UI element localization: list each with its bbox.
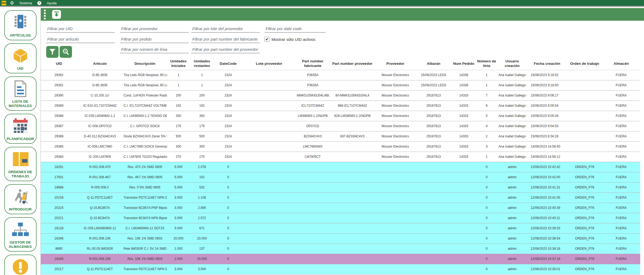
table-cell (452, 192, 476, 203)
show-active-uid-checkbox[interactable]: ✔ (265, 37, 269, 42)
column-header-2[interactable]: Descripción (123, 58, 167, 70)
table-cell: IC-200.LM7805 (77, 152, 123, 162)
table-row[interactable]: 20224Q-15.BC857ATransistor BC857A PNP Bi… (41, 203, 640, 213)
gear-icon[interactable]: ⚙ (10, 1, 14, 5)
column-header-8[interactable]: Part number proveedor (330, 58, 375, 70)
table-row[interactable]: 29391D-65.3635Tira Leds RGB NeopixeL 90 … (41, 80, 640, 90)
filter-pedido-input[interactable] (120, 36, 189, 43)
table-row[interactable]: 8690RL-00.05.IM03GRRele IM03GR C.I. 5V 2… (41, 244, 640, 254)
filter-button[interactable] (46, 46, 59, 58)
kebab-menu-icon[interactable] (44, 10, 46, 19)
column-header-15[interactable]: Orden de trabajo (567, 58, 602, 70)
table-cell: Q-11.PDTC114ET (77, 192, 123, 203)
table-row[interactable]: 29387IC-008.OP07CDC.I. OP07CD SOIC817517… (41, 121, 640, 131)
table-row[interactable]: 16128IC-035.LM3480IM3-12C.I. LM3480IM3-1… (41, 223, 640, 233)
table-row[interactable]: 17631R-001.008.4K7Res. 4K7 1% SMD 08055.… (41, 172, 640, 182)
column-header-3[interactable]: Unidades Iniciales (167, 58, 190, 70)
filter-lote-proveedor-input[interactable] (191, 26, 260, 33)
table-row[interactable]: 29392D-65.3635Tira Leds RGB NeopixeL 90 … (41, 70, 640, 80)
table-cell: 4 (476, 121, 497, 131)
sidebar-item-lista-de-materiales[interactable]: LISTA DE MATERIALES (4, 76, 37, 111)
table-cell: ORDEN_P76 (567, 223, 602, 233)
table-cell: RL-00.05.IM03GR (77, 244, 123, 254)
table-row[interactable]: 20216Q-11.PDTC114ETTransistor PDTC114ET … (41, 192, 640, 203)
column-header-13[interactable]: Usuario creación (497, 58, 527, 70)
table-cell: ICL7107CM44Z (296, 101, 330, 111)
filter-articulo-input[interactable] (46, 36, 115, 43)
table-cell: C.I. LM385M3-1.2 TENSIO DE R (123, 111, 167, 121)
table-cell (296, 192, 330, 203)
column-header-14[interactable]: Fecha creación (527, 58, 567, 70)
table-cell: 637-BZX84C4V3 (330, 131, 375, 141)
column-header-6[interactable]: Lote proveedor (242, 58, 296, 70)
table-cell: 175 (190, 121, 214, 131)
menu-sistema[interactable]: Sistema (18, 1, 34, 5)
table-row[interactable]: 16346R-001.006.10KRes. 10K 1% SMD 060320… (41, 233, 640, 244)
sidebar-item-ordenes-de-trabajo[interactable]: ÓRDENES DE TRABAJO (4, 147, 37, 181)
table-cell (567, 80, 602, 90)
table-cell: 15/06/2023 9:18:50 (527, 80, 567, 90)
filter-pn-fabricante-input[interactable] (191, 36, 260, 43)
table-row[interactable]: 19668R-005.008.0Res. 0 5% SMD 08055.0005… (41, 182, 640, 192)
table-cell: 8690 (41, 244, 77, 254)
table-row[interactable]: 29384IC-200.LM7805C.I. LM7805 TO220 Regu… (41, 152, 640, 162)
table-cell: Mouser Electronics (375, 121, 415, 131)
table-cell (330, 141, 375, 152)
import-button[interactable] (52, 10, 61, 19)
table-row[interactable]: 18291R-001.008.470Res. 470 1% SMD 08055.… (41, 162, 640, 172)
column-header-5[interactable]: DateCode (214, 58, 242, 70)
table-cell: 300 (190, 141, 214, 152)
column-header-12[interactable]: Número de línia (476, 58, 497, 70)
column-header-10[interactable]: Albarán (415, 58, 452, 70)
clear-search-button[interactable] (60, 46, 72, 58)
column-header-1[interactable]: Artículo (77, 58, 123, 70)
column-header-7[interactable]: Part number fabricante (296, 58, 330, 70)
sidebar-item-uid[interactable]: UID (4, 43, 37, 73)
sidebar-item-gestor-de-almacenes[interactable]: GESTOR DE ALMACENES (4, 217, 37, 252)
sidebar-item-introducir[interactable]: INTRODUCIR (4, 184, 37, 214)
table-row[interactable]: 20221Q-10.BC847ATransistor BC847A NPN Bi… (41, 213, 640, 223)
table-cell: FUERA (602, 233, 640, 244)
table-row[interactable]: 16345R-001.006.10KRes. 10K 1% SMD 06032.… (41, 254, 640, 264)
table-cell: Mouser Electronics (375, 70, 415, 80)
table-cell (452, 264, 476, 274)
filter-proveedor-input[interactable] (120, 26, 189, 33)
table-row[interactable]: 29388IC-035.LM385M3-1.2C.I. LM385M3-1.2 … (41, 111, 640, 121)
table-cell: Ana Isabel Gallego Rodrí (497, 141, 527, 152)
table-cell (567, 152, 602, 162)
table-cell: R-001.006.10K (77, 233, 123, 244)
column-header-11[interactable]: Num Pedido (452, 58, 476, 70)
table-cell (452, 233, 476, 244)
table-row[interactable]: 29390C-10.205.1UCond. 1uF/63V Poliester … (41, 90, 640, 101)
filter-uid-input[interactable] (46, 26, 115, 33)
table-cell (567, 111, 602, 121)
column-header-9[interactable]: Proveedor (375, 58, 415, 70)
sidebar-item-planificador[interactable]: PLANIFICADOR (4, 114, 37, 144)
table-cell: 2 (476, 131, 497, 141)
filter-numero-linia-input[interactable] (120, 46, 189, 53)
help-icon[interactable]: ? (37, 1, 41, 5)
table-row[interactable]: 20217Q-11.PDTC114ETTransistor PDTC114ET … (41, 264, 640, 274)
column-header-16[interactable]: Almacén (602, 58, 640, 70)
table-cell (452, 223, 476, 233)
table-cell: Transistor PDTC114ET NPN Dig (123, 192, 167, 203)
table-cell: 3.000 (167, 203, 190, 213)
table-cell: 14/06/2023 14:58:40 (527, 141, 567, 152)
table-cell (242, 254, 296, 264)
table-row[interactable]: 29385IC-008.LMC7660C.I. LMC7660 SOIC8 Ge… (41, 141, 640, 152)
table-cell: FUERA (602, 182, 640, 192)
table-cell: FUERA (602, 70, 640, 80)
column-header-0[interactable]: UID (41, 58, 77, 70)
table-cell: admin (497, 264, 527, 274)
filter-datecode-input[interactable] (265, 26, 326, 33)
table-cell: 3 (476, 141, 497, 152)
table-cell (296, 213, 330, 223)
table-row[interactable]: 29389IC-510.ICL7107CM44ZC.I. ICL7107CM44… (41, 101, 640, 111)
column-header-4[interactable]: Unidades restantes (190, 58, 214, 70)
sidebar-item-alertas[interactable]: ALERTAS (4, 255, 37, 275)
sidebar-item-articulos[interactable]: ARTÍCULOS (4, 10, 37, 40)
table-row[interactable]: 29386D-40.312.BZX84C4V3Diode BZX84C4V3 Z… (41, 131, 640, 141)
filter-pn-proveedor-input[interactable] (191, 46, 260, 53)
table-cell: 29392 (41, 70, 77, 80)
menu-ayuda[interactable]: Ayuda (45, 1, 58, 5)
